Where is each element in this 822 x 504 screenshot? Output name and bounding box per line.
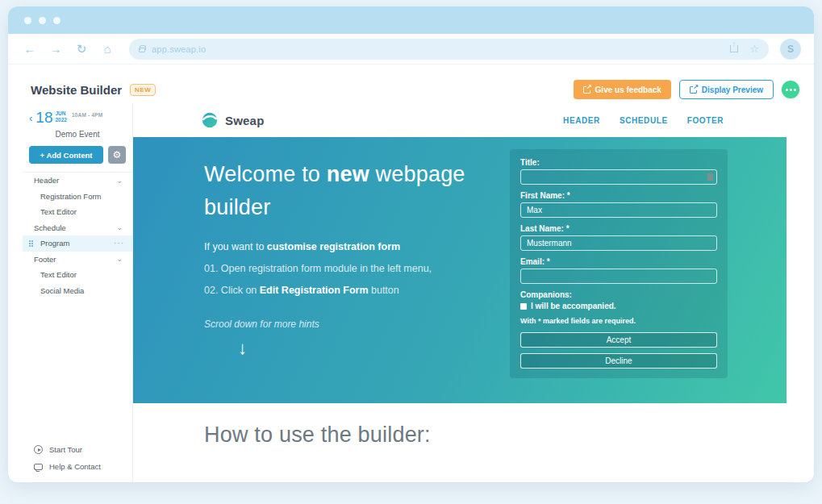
website-preview: Sweap HEADER SCHEDULE FOOTER Welcome to … [133, 103, 799, 482]
chevron-down-icon: ⌄ [116, 255, 123, 263]
accept-button[interactable]: Accept [520, 332, 717, 348]
share-icon[interactable] [730, 45, 738, 52]
window-minimize-dot[interactable] [39, 17, 46, 24]
first-name-label: First Name: * [520, 191, 717, 200]
sidebar-item-footer[interactable]: Footer ⌄ [23, 252, 132, 268]
email-label: Email: * [520, 257, 717, 266]
event-year: 2022 [55, 117, 66, 123]
play-circle-icon [34, 445, 43, 454]
sidebar-item-schedule[interactable]: Schedule ⌄ [23, 220, 132, 236]
sweap-logo: Sweap [201, 111, 265, 129]
logo-text: Sweap [225, 114, 265, 127]
companions-checkbox-label: I will be accompanied. [531, 302, 616, 310]
hero-step-2: 02. Click on Edit Registration Form butt… [204, 285, 470, 296]
sidebar-item-text-editor[interactable]: Text Editor [23, 204, 132, 220]
preview-site-nav: HEADER SCHEDULE FOOTER [563, 116, 724, 125]
companions-label: Companions: [520, 290, 717, 299]
give-feedback-button[interactable]: Give us feedback [574, 80, 671, 99]
hero-intro: If you want to customise registration fo… [204, 241, 470, 252]
preview-site-header: Sweap HEADER SCHEDULE FOOTER [133, 103, 787, 137]
window-close-dot[interactable] [24, 17, 31, 24]
sweap-logo-icon [201, 111, 219, 129]
chevron-down-icon: ⌄ [116, 177, 123, 185]
first-name-input[interactable]: Max [520, 202, 717, 218]
title-input[interactable] [520, 169, 717, 185]
window-maximize-dot[interactable] [53, 17, 61, 24]
page-title: Website Builder [31, 83, 122, 97]
sidebar-item-program[interactable]: Program ··· [23, 235, 132, 252]
registration-form: Title: First Name: * Max Last Name: * Mu… [510, 149, 728, 378]
sidebar-item-social-media[interactable]: Social Media [23, 283, 132, 299]
home-icon[interactable]: ⌂ [98, 42, 116, 56]
add-content-button[interactable]: + Add Content [29, 146, 103, 164]
gear-icon: ⚙ [113, 150, 122, 160]
help-contact-button[interactable]: Help & Contact [34, 462, 132, 471]
forward-icon[interactable]: → [47, 42, 65, 56]
event-month: JUN [55, 110, 66, 117]
event-date-block: ‹ 18 JUN 2022 10AM - 4PM [23, 110, 132, 125]
browser-toolbar: ← → ↻ ⌂ app.sweap.io ☆ S [8, 34, 814, 65]
chevron-down-icon: ⌄ [116, 223, 123, 231]
external-link-icon [690, 86, 697, 94]
sidebar-item-text-editor-2[interactable]: Text Editor [23, 267, 132, 283]
title-label: Title: [520, 158, 717, 167]
browser-window: ← → ↻ ⌂ app.sweap.io ☆ S Website Builder… [8, 6, 814, 482]
drag-handle-icon[interactable] [29, 240, 31, 242]
browser-titlebar [8, 6, 814, 34]
back-chevron-icon[interactable]: ‹ [29, 112, 32, 124]
last-name-label: Last Name: * [520, 224, 717, 233]
nav-link-footer[interactable]: FOOTER [687, 116, 724, 125]
nav-link-header[interactable]: HEADER [563, 116, 600, 125]
decline-button[interactable]: Decline [520, 353, 717, 369]
companions-checkbox[interactable] [520, 303, 527, 310]
event-day: 18 [35, 110, 52, 125]
url-text: app.sweap.io [152, 44, 206, 54]
app-root: Website Builder NEW Give us feedback Dis… [8, 65, 814, 482]
start-tour-button[interactable]: Start Tour [34, 445, 132, 454]
more-options-icon[interactable]: ··· [114, 239, 124, 248]
how-to-section: How to use the builder: [133, 403, 787, 482]
back-icon[interactable]: ← [21, 42, 39, 56]
event-time: 10AM - 4PM [72, 112, 102, 118]
scroll-hint: Scrool down for more hints [204, 319, 470, 330]
profile-avatar[interactable]: S [780, 39, 801, 60]
down-arrow-icon: ↓ [238, 338, 470, 359]
lock-icon [139, 48, 145, 52]
select-indicator-icon [707, 173, 713, 181]
content-menu: Header ⌄ Registration Form Text Editor S… [23, 173, 132, 298]
display-preview-button[interactable]: Display Preview [679, 80, 774, 99]
hero-title: Welcome to new webpage builder [204, 158, 470, 223]
bookmark-star-icon[interactable]: ☆ [749, 44, 759, 54]
email-input[interactable] [520, 269, 717, 284]
required-fields-note: With * marked fields are required. [520, 317, 717, 325]
hero-section: Welcome to new webpage builder If you wa… [133, 137, 787, 403]
new-badge: NEW [130, 84, 156, 96]
refresh-icon[interactable]: ↻ [73, 42, 90, 56]
external-link-icon [583, 86, 590, 94]
sidebar-item-header[interactable]: Header ⌄ [23, 173, 132, 189]
settings-button[interactable]: ⚙ [108, 146, 126, 164]
how-to-heading: How to use the builder: [204, 423, 787, 448]
app-topbar: Website Builder NEW Give us feedback Dis… [23, 76, 799, 103]
chat-icon [34, 464, 43, 470]
last-name-input[interactable]: Mustermann [520, 235, 717, 251]
nav-link-schedule[interactable]: SCHEDULE [620, 116, 668, 125]
hero-step-1: 01. Open registration form module in the… [204, 263, 470, 274]
sidebar-item-registration-form[interactable]: Registration Form [23, 189, 132, 205]
sidebar: ‹ 18 JUN 2022 10AM - 4PM Demo Event + Ad… [23, 103, 133, 482]
address-bar[interactable]: app.sweap.io ☆ [129, 39, 769, 60]
event-name: Demo Event [23, 130, 132, 139]
support-chat-button[interactable] [782, 81, 799, 98]
